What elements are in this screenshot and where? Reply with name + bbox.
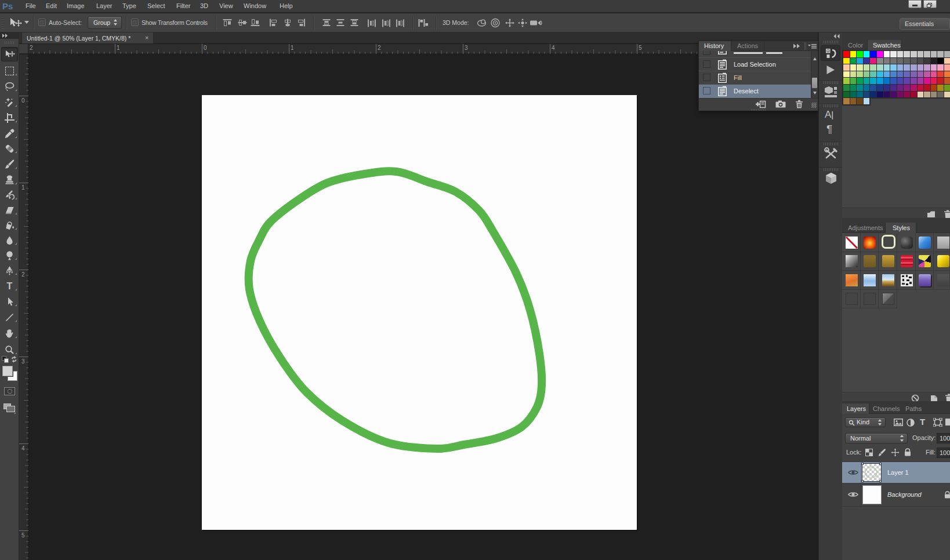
svg-text:3: 3 — [21, 358, 25, 365]
svg-text:5: 5 — [639, 45, 642, 51]
svg-text:2: 2 — [378, 45, 381, 51]
svg-text:1: 1 — [291, 45, 294, 51]
svg-text:1: 1 — [117, 45, 120, 51]
svg-text:4: 4 — [552, 45, 555, 51]
svg-text:2: 2 — [21, 271, 25, 278]
svg-text:1: 1 — [21, 184, 25, 191]
svg-text:0: 0 — [204, 45, 207, 51]
svg-text:2: 2 — [30, 45, 33, 51]
svg-text:0: 0 — [21, 97, 25, 104]
svg-text:5: 5 — [21, 532, 25, 539]
svg-text:3: 3 — [465, 45, 468, 51]
svg-text:4: 4 — [21, 445, 25, 452]
